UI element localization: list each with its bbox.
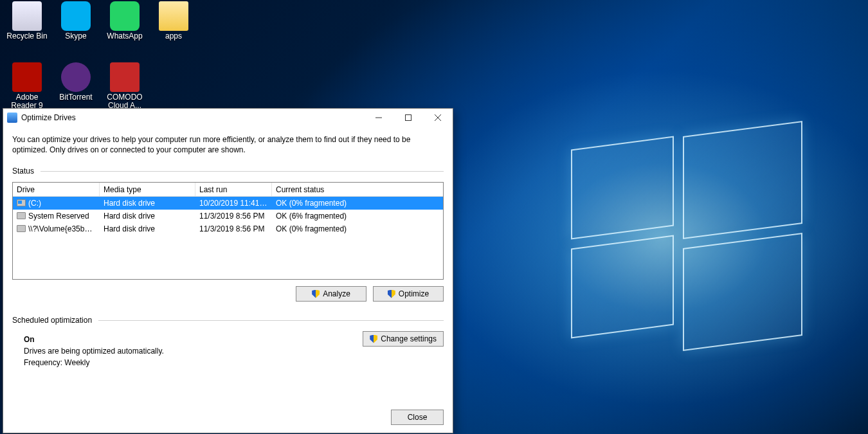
desktop-icon-bittorrent[interactable]: BitTorrent (51, 61, 100, 114)
drive-row[interactable]: \\?\Volume{e35b61...Hard disk drive11/3/… (13, 222, 443, 235)
desktop-icon-label: Recycle Bin (3, 32, 51, 41)
close-label: Close (408, 413, 428, 422)
app-icon (7, 113, 17, 123)
adobe-reader-icon (12, 62, 42, 92)
col-status[interactable]: Current status (272, 183, 443, 196)
desktop-icons: Recycle BinSkypeWhatsAppapps Adobe Reade… (0, 0, 201, 114)
shield-icon (370, 335, 377, 343)
shield-icon (312, 290, 320, 298)
intro-text: You can optimize your drives to help you… (12, 134, 444, 155)
drive-row[interactable]: System ReservedHard disk drive11/3/2019 … (13, 210, 443, 222)
desktop-icon-whatsapp[interactable]: WhatsApp (100, 0, 149, 44)
sched-heading: Scheduled optimization (12, 316, 92, 325)
sched-line1: Drives are being optimized automatically… (24, 347, 444, 356)
recycle-bin-icon (12, 1, 42, 31)
desktop-icon-adobe-reader[interactable]: Adobe Reader 9 (3, 61, 51, 114)
grid-header[interactable]: Drive Media type Last run Current status (13, 183, 443, 197)
desktop-icon-comodo-cloud[interactable]: COMODO Cloud A... (100, 61, 149, 114)
desktop: Recycle BinSkypeWhatsAppapps Adobe Reade… (0, 0, 868, 434)
desktop-icon-skype[interactable]: Skype (51, 0, 100, 44)
drive-icon (17, 212, 26, 219)
optimize-label: Optimize (399, 289, 429, 298)
drive-icon (17, 199, 26, 206)
skype-icon (61, 1, 91, 31)
optimize-button[interactable]: Optimize (373, 286, 444, 302)
close-icon (435, 114, 441, 121)
drive-icon (17, 225, 26, 232)
col-drive[interactable]: Drive (13, 183, 100, 196)
drive-row[interactable]: (C:)Hard disk drive10/20/2019 11:41 P...… (13, 197, 443, 210)
maximize-button[interactable] (393, 109, 423, 127)
desktop-icon-recycle-bin[interactable]: Recycle Bin (3, 0, 51, 44)
whatsapp-icon (110, 1, 140, 31)
status-label-text: Status (12, 167, 34, 176)
close-dialog-button[interactable]: Close (391, 410, 444, 425)
change-label: Change settings (381, 334, 437, 343)
desktop-icon-label: Skype (51, 32, 100, 41)
desktop-icon-label: apps (149, 32, 198, 41)
shield-icon (388, 290, 395, 298)
status-section-label: Status (12, 167, 444, 176)
window-title: Optimize Drives (21, 113, 364, 122)
titlebar[interactable]: Optimize Drives (3, 109, 453, 127)
change-settings-button[interactable]: Change settings (363, 331, 444, 347)
analyze-button[interactable]: Analyze (296, 286, 366, 302)
sched-line2: Frequency: Weekly (24, 358, 444, 367)
col-last[interactable]: Last run (195, 183, 272, 196)
wallpaper-windows-logo (571, 129, 802, 334)
bittorrent-icon (61, 62, 91, 92)
close-button[interactable] (423, 109, 453, 127)
optimize-drives-window: Optimize Drives You can optimize your dr… (3, 108, 453, 433)
sched-section-label: Scheduled optimization (12, 316, 444, 325)
minimize-icon (375, 114, 382, 121)
apps-folder-icon (159, 1, 188, 31)
comodo-cloud-icon (110, 62, 140, 92)
desktop-icon-apps-folder[interactable]: apps (149, 0, 198, 44)
minimize-button[interactable] (364, 109, 393, 127)
svg-rect-1 (406, 115, 411, 121)
drives-grid[interactable]: Drive Media type Last run Current status… (12, 182, 444, 280)
analyze-label: Analyze (323, 289, 350, 298)
col-media[interactable]: Media type (100, 183, 195, 196)
maximize-icon (405, 114, 411, 121)
desktop-icon-label: BitTorrent (51, 93, 100, 102)
desktop-icon-label: WhatsApp (100, 32, 149, 41)
